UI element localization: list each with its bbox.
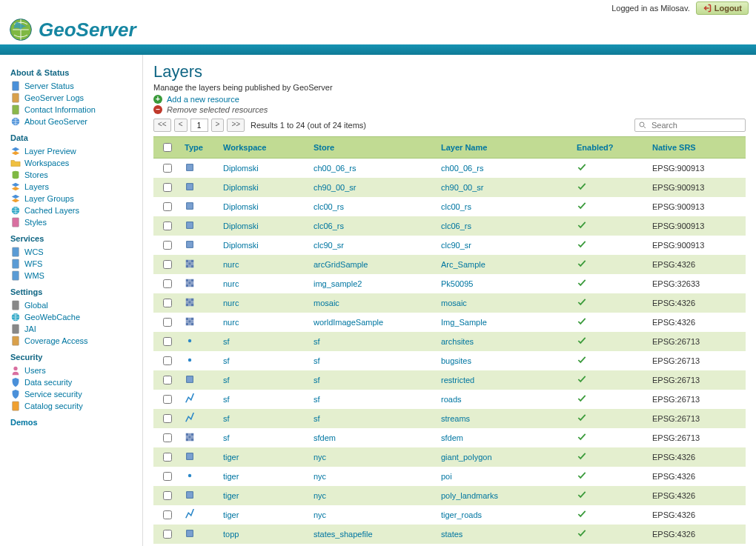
row-checkbox[interactable] [163,241,172,250]
nav-item[interactable]: Layers [24,182,49,191]
row-checkbox[interactable] [163,395,172,404]
nav-item[interactable]: Users [24,366,46,375]
workspace-link[interactable]: sf [223,337,230,346]
layer-link[interactable]: bugsites [441,356,471,365]
sidebar-item[interactable]: Styles [10,216,136,228]
sidebar-item[interactable]: WMS [10,270,136,282]
store-link[interactable]: sf [314,376,320,384]
sidebar-item[interactable]: Layer Preview [10,145,136,157]
nav-item[interactable]: Cached Layers [24,206,79,215]
store-link[interactable]: sf [314,414,320,423]
nav-item[interactable]: Service security [24,390,82,399]
layer-link[interactable]: mosaic [441,299,467,307]
sidebar-item[interactable]: WFS [10,258,136,270]
layer-link[interactable]: ch00_06_rs [441,164,484,173]
nav-item[interactable]: Workspaces [24,159,69,167]
header-enabled[interactable]: Enabled? [577,143,614,152]
nav-item[interactable]: WMS [24,271,44,280]
row-checkbox[interactable] [163,376,172,384]
pager-prev[interactable]: < [174,119,188,132]
pager-page-input[interactable] [190,119,208,132]
workspace-link[interactable]: tiger [223,510,239,519]
nav-item[interactable]: GeoServer Logs [24,93,84,102]
workspace-link[interactable]: nurc [223,299,239,307]
add-resource-link[interactable]: Add a new resource [167,95,239,104]
layer-link[interactable]: ch90_00_sr [441,183,484,192]
store-link[interactable]: nyc [314,472,326,481]
workspace-link[interactable]: sf [223,433,230,442]
logout-button[interactable]: Logout [696,1,749,15]
workspace-link[interactable]: topp [223,530,239,539]
sidebar-item[interactable]: Catalog security [10,400,136,412]
row-checkbox[interactable] [163,472,172,481]
nav-item[interactable]: Styles [24,218,47,227]
nav-item[interactable]: Global [24,301,48,310]
row-checkbox[interactable] [163,202,172,211]
workspace-link[interactable]: sf [223,395,230,404]
workspace-link[interactable]: sf [223,376,230,384]
sidebar-item[interactable]: Stores [10,169,136,181]
nav-item[interactable]: GeoWebCache [24,313,80,322]
sidebar-item[interactable]: Coverage Access [10,335,136,347]
workspace-link[interactable]: Diplomski [223,241,259,250]
workspace-link[interactable]: Diplomski [223,222,259,230]
sidebar-item[interactable]: About GeoServer [10,116,136,127]
search-box[interactable] [634,119,746,132]
row-checkbox[interactable] [163,260,172,269]
header-srs[interactable]: Native SRS [652,143,696,152]
store-link[interactable]: sf [314,337,320,346]
sidebar-item[interactable]: Layer Groups [10,193,136,204]
remove-resources-link[interactable]: Remove selected resources [167,105,268,114]
store-link[interactable]: sf [314,395,320,404]
row-checkbox[interactable] [163,356,172,365]
store-link[interactable]: mosaic [314,299,339,307]
layer-link[interactable]: tiger_roads [441,510,482,519]
header-store[interactable]: Store [314,143,334,152]
row-checkbox[interactable] [163,222,172,230]
sidebar-item[interactable]: Users [10,364,136,376]
layer-link[interactable]: giant_polygon [441,453,492,462]
row-checkbox[interactable] [163,164,172,173]
header-layer[interactable]: Layer Name [441,143,487,152]
header-type[interactable]: Type [185,143,203,152]
row-checkbox[interactable] [163,414,172,423]
workspace-link[interactable]: nurc [223,318,239,327]
select-all-checkbox[interactable] [163,143,172,152]
row-checkbox[interactable] [163,453,172,462]
store-link[interactable]: nyc [314,491,326,500]
row-checkbox[interactable] [163,337,172,346]
nav-item[interactable]: JAI [24,324,36,333]
nav-item[interactable]: Server Status [24,81,74,90]
sidebar-item[interactable]: Cached Layers [10,204,136,216]
store-link[interactable]: ch00_06_rs [314,164,357,173]
workspace-link[interactable]: Diplomski [223,183,259,192]
row-checkbox[interactable] [163,318,172,327]
layer-link[interactable]: Arc_Sample [441,260,485,269]
layer-link[interactable]: clc06_rs [441,222,471,230]
store-link[interactable]: sf [314,356,320,365]
row-checkbox[interactable] [163,530,172,539]
workspace-link[interactable]: tiger [223,491,239,500]
sidebar-item[interactable]: Server Status [10,80,136,92]
layer-link[interactable]: streams [441,414,470,423]
layer-link[interactable]: Pk50095 [441,279,473,288]
workspace-link[interactable]: Diplomski [223,202,259,211]
layer-link[interactable]: restricted [441,376,474,384]
layer-link[interactable]: Img_Sample [441,318,487,327]
store-link[interactable]: arcGridSample [314,260,368,269]
sidebar-item[interactable]: GeoServer Logs [10,92,136,104]
nav-item[interactable]: About GeoServer [24,117,87,126]
row-checkbox[interactable] [163,279,172,288]
pager-next[interactable]: > [211,119,225,132]
workspace-link[interactable]: tiger [223,453,239,462]
workspace-link[interactable]: nurc [223,260,239,269]
sidebar-item[interactable]: JAI [10,323,136,335]
sidebar-item[interactable]: Workspaces [10,157,136,169]
nav-item[interactable]: Stores [24,170,48,179]
nav-item[interactable]: Data security [24,378,72,387]
nav-item[interactable]: Contact Information [24,105,96,114]
logo[interactable]: GeoServer [7,16,136,43]
sidebar-item[interactable]: Data security [10,376,136,388]
layer-link[interactable]: clc00_rs [441,202,471,211]
layer-link[interactable]: states [441,530,462,539]
